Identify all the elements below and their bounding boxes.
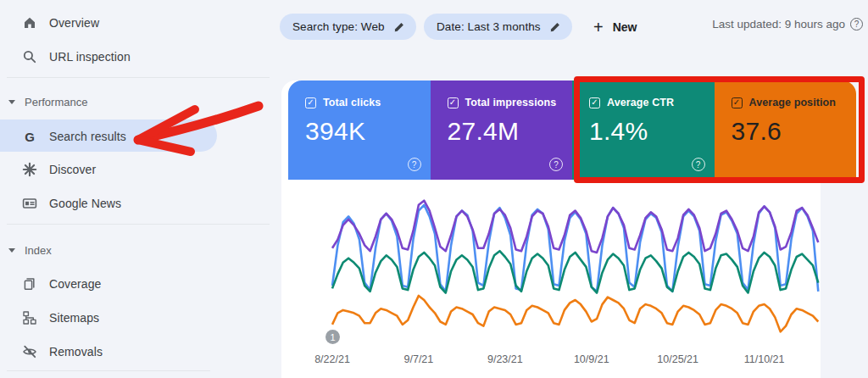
search-console-app: Overview URL inspection Performance G Se… — [0, 0, 868, 378]
sidebar-item-label: URL inspection — [49, 50, 131, 64]
sidebar-item-label: Removals — [49, 345, 103, 359]
last-updated-status: Last updated: 9 hours ago ? — [712, 18, 863, 31]
metric-card-average-ctr[interactable]: ✓ Average CTR 1.4% ? — [572, 81, 715, 180]
x-axis-tick-label: 8/22/21 — [314, 353, 350, 365]
metric-card-label: Average position — [749, 97, 837, 108]
eye-off-icon — [22, 344, 37, 359]
help-icon[interactable]: ? — [692, 158, 705, 171]
performance-line-chart[interactable] — [326, 195, 822, 347]
sidebar-item-discover[interactable]: Discover — [0, 153, 271, 186]
sidebar-divider — [7, 224, 270, 225]
last-updated-text: Last updated: 9 hours ago — [712, 18, 845, 31]
search-icon — [22, 49, 37, 64]
sidebar-item-removals[interactable]: Removals — [0, 335, 271, 369]
help-icon[interactable]: ? — [408, 158, 421, 171]
sidebar-item-label: Search results — [49, 130, 126, 143]
pages-icon — [22, 276, 37, 292]
date-range-chip-label: Date: Last 3 months — [437, 20, 541, 33]
metric-card-label: Total clicks — [323, 97, 381, 108]
chart-x-axis: 8/22/219/7/219/23/2110/9/2110/25/2111/10… — [326, 353, 822, 369]
metric-card-value: 1.4% — [589, 117, 715, 146]
sidebar-item-label: Overview — [49, 16, 99, 30]
sparkle-icon — [22, 162, 37, 177]
sidebar-item-label: Google News — [49, 197, 121, 210]
checkbox-checked-icon[interactable]: ✓ — [305, 97, 316, 108]
x-axis-tick-label: 10/9/21 — [574, 353, 609, 365]
help-icon[interactable]: ? — [549, 158, 563, 171]
x-axis-tick-label: 10/25/21 — [657, 353, 698, 365]
metric-card-value: 37.6 — [732, 117, 857, 146]
metric-cards-row: ✓ Total clicks 394K ? ✓ Total impression… — [288, 81, 856, 180]
date-range-chip[interactable]: Date: Last 3 months — [424, 14, 572, 40]
home-icon — [22, 15, 37, 31]
x-axis-tick-label: 9/23/21 — [487, 353, 523, 365]
chart-annotation-marker[interactable]: 1 — [326, 330, 340, 344]
sidebar-section-index[interactable]: Index — [0, 234, 271, 266]
sidebar-item-label: Sitemaps — [49, 311, 99, 325]
chart-line-average-position — [332, 296, 818, 332]
sidebar-item-url-inspection[interactable]: URL inspection — [0, 40, 271, 74]
new-filter-button[interactable]: + New — [593, 14, 637, 40]
pencil-icon — [549, 21, 561, 33]
sidebar-item-coverage[interactable]: Coverage — [0, 267, 271, 301]
sitemap-icon — [22, 310, 37, 325]
checkbox-checked-icon[interactable]: ✓ — [732, 97, 743, 108]
metric-card-average-position[interactable]: ✓ Average position 37.6 ? — [715, 81, 857, 180]
sidebar-section-label: Performance — [25, 96, 87, 108]
metric-card-label: Total impressions — [465, 97, 557, 108]
sidebar: Overview URL inspection Performance G Se… — [0, 0, 281, 378]
chevron-down-icon — [8, 248, 15, 253]
sidebar-item-label: Discover — [49, 163, 96, 176]
plus-icon: + — [593, 19, 604, 36]
sidebar-section-label: Index — [25, 244, 52, 257]
sidebar-item-search-results[interactable]: G Search results — [0, 120, 271, 153]
sidebar-item-google-news[interactable]: Google News — [0, 186, 271, 220]
search-type-chip[interactable]: Search type: Web — [280, 14, 416, 40]
news-icon — [22, 196, 37, 211]
sidebar-divider — [7, 77, 270, 78]
checkbox-checked-icon[interactable]: ✓ — [589, 97, 600, 108]
metric-card-value: 27.4M — [448, 117, 573, 146]
metric-card-label: Average CTR — [607, 97, 674, 108]
x-axis-tick-label: 9/7/21 — [404, 353, 434, 365]
sidebar-item-overview[interactable]: Overview — [0, 6, 271, 40]
metric-card-total-impressions[interactable]: ✓ Total impressions 27.4M ? — [431, 81, 573, 180]
sidebar-item-sitemaps[interactable]: Sitemaps — [0, 301, 271, 335]
metric-card-total-clicks[interactable]: ✓ Total clicks 394K ? — [288, 81, 431, 180]
metric-card-value: 394K — [305, 117, 431, 146]
search-type-chip-label: Search type: Web — [292, 20, 385, 33]
sidebar-section-performance[interactable]: Performance — [0, 86, 271, 118]
chevron-down-icon — [8, 100, 15, 104]
x-axis-tick-label: 11/10/21 — [744, 353, 785, 365]
help-icon[interactable]: ? — [850, 18, 863, 31]
google-g-icon: G — [22, 129, 37, 144]
chart-line-total-impressions — [332, 201, 818, 253]
sidebar-item-label: Coverage — [49, 277, 102, 291]
sidebar-divider — [7, 370, 210, 371]
pencil-icon — [393, 21, 405, 33]
checkbox-checked-icon[interactable]: ✓ — [448, 97, 459, 108]
new-button-label: New — [613, 20, 637, 34]
